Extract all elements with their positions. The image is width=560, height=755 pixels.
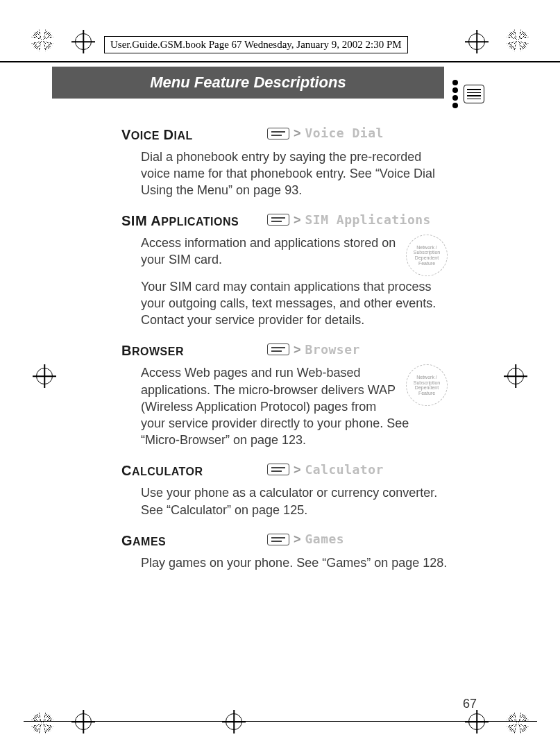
network-dependent-icon: Network / Subscription Dependent Feature bbox=[406, 235, 448, 276]
section-heading-row: VOICE DIAL > Voice Dial bbox=[121, 125, 448, 144]
section-body: Use your phone as a calculator or curren… bbox=[141, 484, 448, 518]
section-heading: BROWSER bbox=[121, 341, 267, 360]
print-header: User.Guide.GSM.book Page 67 Wednesday, J… bbox=[104, 36, 408, 53]
section-heading-row: SIM APPLICATIONS > SIM Applications bbox=[121, 212, 448, 231]
menu-path: > Games bbox=[267, 531, 344, 548]
printer-disc-icon bbox=[507, 712, 529, 734]
network-dependent-icon: Network / Subscription Dependent Feature bbox=[406, 364, 448, 406]
chevron-right-icon: > bbox=[294, 341, 301, 358]
menu-list-icon bbox=[452, 78, 484, 110]
registration-mark-icon bbox=[75, 33, 92, 50]
menu-label: Games bbox=[305, 531, 345, 548]
printer-disc-icon bbox=[31, 29, 53, 51]
chevron-right-icon: > bbox=[294, 531, 301, 548]
section-heading: VOICE DIAL bbox=[121, 126, 267, 144]
menu-label: Calculator bbox=[305, 461, 384, 478]
registration-mark-icon bbox=[75, 713, 92, 730]
section-body: Network / Subscription Dependent Feature… bbox=[141, 364, 448, 448]
section-heading: SIM APPLICATIONS bbox=[121, 212, 267, 230]
menu-path: > SIM Applications bbox=[267, 212, 431, 228]
chevron-right-icon: > bbox=[294, 461, 301, 478]
section-body: Dial a phonebook entry by saying the pre… bbox=[141, 149, 448, 199]
printer-disc-icon bbox=[31, 712, 53, 734]
registration-mark-icon bbox=[507, 368, 524, 384]
section-body: Play games on your phone. See “Games” on… bbox=[141, 554, 448, 571]
content-area: VOICE DIAL > Voice Dial Dial a phonebook… bbox=[121, 125, 448, 571]
section-heading: GAMES bbox=[121, 532, 267, 550]
registration-mark-icon bbox=[36, 368, 53, 384]
menu-path: > Voice Dial bbox=[267, 125, 384, 142]
page-title: Menu Feature Descriptions bbox=[52, 67, 444, 99]
printer-disc-icon bbox=[507, 29, 529, 51]
section-body: Network / Subscription Dependent Feature… bbox=[141, 235, 448, 269]
section-heading-row: CALCULATOR > Calculator bbox=[121, 461, 448, 481]
chevron-right-icon: > bbox=[294, 125, 301, 142]
section-body-text: Access information and applications stor… bbox=[141, 236, 396, 266]
section-body: Your SIM card may contain applications t… bbox=[141, 278, 448, 329]
page-number: 67 bbox=[463, 697, 477, 711]
menu-key-icon bbox=[267, 128, 289, 139]
section-heading-row: GAMES > Games bbox=[121, 531, 448, 550]
menu-label: Browser bbox=[305, 341, 360, 358]
section-heading: CALCULATOR bbox=[121, 461, 267, 480]
section-heading-row: BROWSER > Browser bbox=[121, 341, 448, 361]
registration-mark-icon bbox=[468, 33, 485, 50]
registration-mark-icon bbox=[468, 713, 485, 730]
menu-label: Voice Dial bbox=[305, 125, 384, 142]
horizontal-rule bbox=[0, 61, 560, 62]
menu-key-icon bbox=[267, 214, 289, 226]
menu-key-icon bbox=[267, 464, 289, 475]
section-body-text: Access Web pages and run Web-based appli… bbox=[141, 366, 409, 447]
menu-label: SIM Applications bbox=[305, 212, 431, 228]
menu-path: > Browser bbox=[267, 341, 360, 358]
menu-path: > Calculator bbox=[267, 461, 384, 478]
menu-key-icon bbox=[267, 534, 289, 545]
crop-line bbox=[24, 721, 537, 722]
chevron-right-icon: > bbox=[294, 212, 301, 228]
registration-mark-icon bbox=[226, 713, 242, 730]
menu-key-icon bbox=[267, 343, 289, 355]
